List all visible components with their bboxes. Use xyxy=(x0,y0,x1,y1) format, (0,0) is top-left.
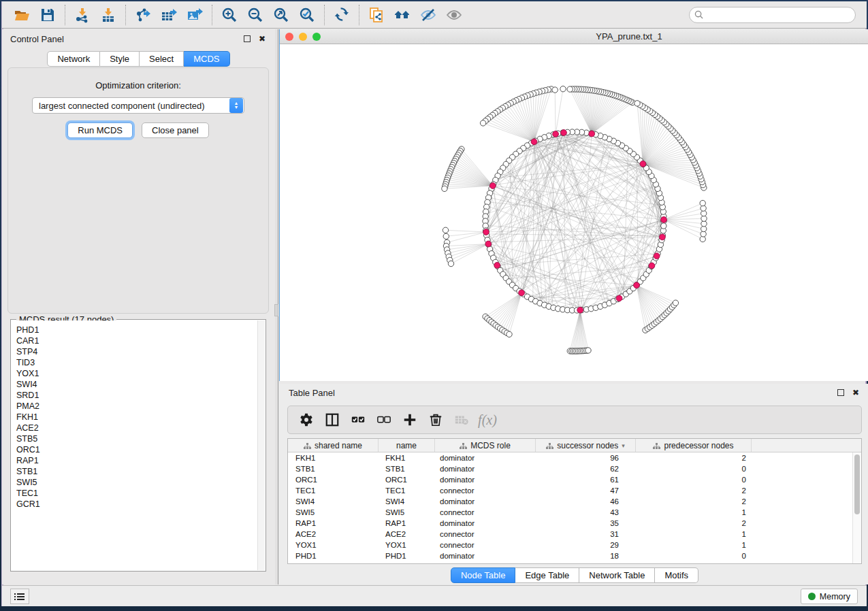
table-cell: 0 xyxy=(636,552,752,560)
table-tabs: Node TableEdge TableNetwork TableMotifs xyxy=(279,567,868,583)
zoom-selected-icon[interactable] xyxy=(294,4,320,26)
hide-selected-icon[interactable] xyxy=(415,4,441,26)
save-session-icon[interactable] xyxy=(35,4,61,26)
column-header-predecessor-nodes[interactable]: predecessor nodes xyxy=(636,439,752,452)
table-row[interactable]: PHD1PHD1dominator180 xyxy=(288,550,852,561)
memory-button[interactable]: Memory xyxy=(801,589,858,604)
list-item[interactable]: STP4 xyxy=(16,346,257,357)
minimize-window-icon[interactable] xyxy=(299,33,307,41)
list-item[interactable]: STB5 xyxy=(16,433,257,444)
application-window: Control Panel ✖ NetworkStyleSelectMCDS O… xyxy=(1,1,867,606)
close-panel-icon[interactable]: ✖ xyxy=(257,34,267,44)
column-header-name[interactable]: name xyxy=(379,439,435,452)
optimization-criterion-label: Optimization criterion: xyxy=(8,80,268,90)
search-input[interactable] xyxy=(689,7,856,23)
list-item[interactable]: TID3 xyxy=(16,357,257,368)
column-view-icon[interactable] xyxy=(319,408,345,431)
mcds-result-list[interactable]: PHD1CAR1STP4TID3YOX1SWI4SRD1PMA2FKH1ACE2… xyxy=(12,320,257,570)
tab-motifs[interactable]: Motifs xyxy=(655,567,698,583)
delete-column-icon[interactable] xyxy=(423,408,449,431)
tab-network-table[interactable]: Network Table xyxy=(579,567,655,583)
copy-network-icon[interactable] xyxy=(364,4,389,26)
table-row[interactable]: RAP1RAP1dominator352 xyxy=(288,518,852,529)
list-item[interactable]: ACE2 xyxy=(16,423,257,433)
delete-table-icon xyxy=(449,408,475,431)
list-item[interactable]: PMA2 xyxy=(16,401,257,412)
table-row[interactable]: SWI4SWI4dominator462 xyxy=(288,496,852,507)
export-table-icon[interactable] xyxy=(156,4,182,26)
column-header-MCDS-role[interactable]: MCDS role xyxy=(435,439,536,452)
list-item[interactable]: TEC1 xyxy=(16,488,257,499)
refresh-icon[interactable] xyxy=(329,4,355,26)
list-item[interactable]: SWI4 xyxy=(16,379,257,390)
maximize-window-icon[interactable] xyxy=(312,33,321,41)
result-scrollbar[interactable] xyxy=(257,320,265,570)
column-header-shared-name[interactable]: shared name xyxy=(288,439,379,452)
table-row[interactable]: YOX1YOX1connector291 xyxy=(288,540,852,550)
table-row[interactable]: FKH1FKH1dominator962 xyxy=(288,452,852,463)
tab-node-table[interactable]: Node Table xyxy=(451,567,516,583)
table-cell: TEC1 xyxy=(379,486,435,495)
node-table: shared namenameMCDS rolesuccessor nodes▾… xyxy=(287,438,862,564)
list-item[interactable]: SWI5 xyxy=(16,477,257,488)
status-bar: Memory xyxy=(2,585,867,606)
table-cell: ORC1 xyxy=(379,476,435,484)
gear-icon[interactable] xyxy=(293,408,319,431)
list-item[interactable]: GCR1 xyxy=(16,499,257,510)
first-neighbors-icon[interactable] xyxy=(389,4,415,26)
tab-select[interactable]: Select xyxy=(140,51,184,67)
export-network-icon[interactable] xyxy=(130,4,156,26)
open-file-icon[interactable] xyxy=(9,4,35,26)
table-cell: 35 xyxy=(536,519,636,527)
table-cell: 46 xyxy=(536,497,636,506)
import-network-icon[interactable] xyxy=(69,4,95,26)
deselect-all-icon[interactable] xyxy=(371,408,397,431)
show-all-icon[interactable] xyxy=(441,4,467,26)
list-item[interactable]: STB1 xyxy=(16,466,257,477)
tab-style[interactable]: Style xyxy=(100,51,140,67)
zoom-out-icon[interactable] xyxy=(242,4,268,26)
close-table-panel-icon[interactable]: ✖ xyxy=(851,388,861,397)
criterion-select[interactable]: largest connected component (undirected)… xyxy=(32,97,244,114)
list-item[interactable]: PHD1 xyxy=(16,325,257,335)
memory-status-icon xyxy=(808,593,816,600)
table-scrollbar[interactable] xyxy=(852,452,861,563)
table-row[interactable]: STB1STB1dominator620 xyxy=(288,463,852,474)
network-graph[interactable] xyxy=(280,44,868,381)
run-mcds-button[interactable]: Run MCDS xyxy=(67,122,133,138)
float-panel-icon[interactable] xyxy=(244,35,251,42)
table-row[interactable]: ACE2ACE2connector311 xyxy=(288,529,852,540)
table-cell: ACE2 xyxy=(379,530,435,538)
close-window-icon[interactable] xyxy=(285,33,293,41)
list-item[interactable]: YOX1 xyxy=(16,368,257,379)
list-item[interactable]: RAP1 xyxy=(16,455,257,466)
table-row[interactable]: SWI5SWI5connector431 xyxy=(288,507,852,518)
criterion-value: largest connected component (undirected) xyxy=(33,101,229,111)
zoom-fit-icon[interactable] xyxy=(268,4,294,26)
task-history-button[interactable] xyxy=(10,589,29,604)
float-table-panel-icon[interactable] xyxy=(837,389,844,396)
import-table-icon[interactable] xyxy=(95,4,121,26)
add-column-icon[interactable] xyxy=(397,408,423,431)
select-all-icon[interactable] xyxy=(345,408,371,431)
scrollbar-thumb[interactable] xyxy=(854,455,860,514)
tab-network[interactable]: Network xyxy=(47,51,100,67)
tab-mcds[interactable]: MCDS xyxy=(184,51,229,67)
tree-icon xyxy=(460,442,467,449)
toolbar-separator xyxy=(125,5,126,25)
close-panel-button[interactable]: Close panel xyxy=(142,122,209,138)
list-item[interactable]: CAR1 xyxy=(16,335,257,346)
list-item[interactable]: SRD1 xyxy=(16,390,257,401)
table-row[interactable]: ORC1ORC1dominator610 xyxy=(288,474,852,485)
list-item[interactable]: FKH1 xyxy=(16,412,257,423)
export-image-icon[interactable] xyxy=(182,4,208,26)
table-cell: 2 xyxy=(636,486,752,495)
zoom-in-icon[interactable] xyxy=(216,4,242,26)
tab-edge-table[interactable]: Edge Table xyxy=(515,567,579,583)
panel-splitter[interactable] xyxy=(275,29,278,584)
column-header-successor-nodes[interactable]: successor nodes▾ xyxy=(536,439,636,452)
network-frame-titlebar[interactable]: YPA_prune.txt_1 xyxy=(280,29,868,44)
splitter-handle[interactable] xyxy=(274,304,278,316)
table-row[interactable]: TEC1TEC1connector472 xyxy=(288,485,852,496)
list-item[interactable]: ORC1 xyxy=(16,444,257,455)
